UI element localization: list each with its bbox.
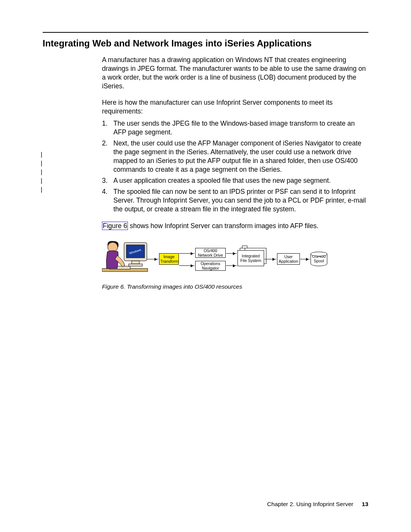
arrow-icon [179, 265, 194, 266]
lead-in-paragraph: Here is how the manufacturer can use Inf… [102, 98, 368, 116]
step-item: The spooled file can now be sent to an I… [102, 187, 368, 214]
revision-bar: | [40, 168, 43, 177]
box-label: User [278, 254, 299, 259]
page-footer: Chapter 2. Using Infoprint Server 13 [267, 501, 368, 508]
box-label: OS/400 [311, 254, 327, 259]
top-rule [43, 32, 368, 33]
box-label: File System [239, 258, 263, 263]
revision-bar: | [40, 159, 43, 168]
page: Integrating Web and Network Images into … [0, 0, 411, 532]
step-item: A user application creates a spooled fil… [102, 176, 368, 185]
arrow-icon [226, 265, 237, 266]
arrow-icon [264, 259, 276, 259]
revision-bar: | [40, 150, 43, 159]
arrow-icon [147, 259, 158, 259]
box-label: Transform [160, 259, 178, 264]
step-item: Next, the user could use the AFP Manager… [102, 139, 368, 174]
box-label: Navigator [196, 266, 225, 270]
svg-rect-4 [132, 261, 139, 264]
user-at-computer-icon: Windows [102, 239, 151, 277]
box-label: Operations [196, 261, 225, 266]
footer-chapter: Chapter 2. Using Infoprint Server [267, 501, 354, 507]
figure-link[interactable]: Figure 6 [102, 222, 128, 230]
spool-cylinder: OS/400 Spool [311, 252, 327, 266]
diagram: Windows Image Transform OS/400 [102, 238, 327, 280]
image-transform-box: Image Transform [159, 253, 179, 265]
arrow-icon [300, 259, 310, 259]
operations-navigator-box: Operations Navigator [195, 261, 226, 271]
figure-ref-text: shows how Infoprint Server can transform… [128, 222, 319, 230]
steps-list: The user sends the JPEG file to the Wind… [102, 119, 368, 214]
svg-rect-5 [129, 264, 142, 266]
page-number: 13 [362, 501, 368, 507]
network-drive-box: OS/400 Network Drive [195, 248, 226, 258]
integrated-file-system-box: Integrated File System [237, 250, 264, 266]
figure-caption: Figure 6. Transforming images into OS/40… [102, 283, 368, 291]
box-label: Application [278, 259, 299, 264]
section-heading: Integrating Web and Network Images into … [43, 38, 368, 49]
box-label: Integrated [239, 254, 263, 258]
user-application-box: User Application [277, 253, 300, 265]
arrow-icon [179, 253, 194, 254]
box-label: Image [160, 254, 178, 259]
intro-paragraph: A manufacturer has a drawing application… [102, 56, 368, 91]
step-item: The user sends the JPEG file to the Wind… [102, 119, 368, 137]
figure-reference-paragraph: Figure 6 shows how Infoprint Server can … [102, 222, 368, 230]
revision-bar: | [40, 185, 43, 194]
box-label: OS/400 [196, 248, 225, 253]
figure-6: Windows Image Transform OS/400 [102, 238, 368, 291]
arrow-icon [226, 253, 237, 254]
revision-bar: | [40, 177, 43, 185]
box-label: Network Drive [196, 253, 225, 257]
box-label: Spool [311, 259, 327, 264]
body-column: A manufacturer has a drawing application… [102, 56, 368, 291]
